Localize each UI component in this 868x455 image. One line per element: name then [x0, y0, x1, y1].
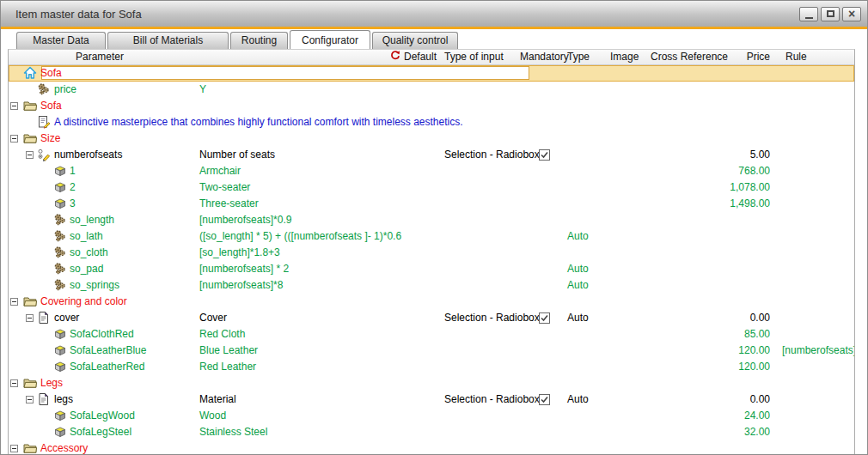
maximize-button[interactable]	[821, 7, 840, 21]
configurator-grid: Parameter Default Type of input Mandator…	[8, 49, 855, 454]
mandatory-checkbox[interactable]	[539, 394, 550, 405]
price-cell: 24.00	[713, 408, 770, 424]
description-cell: [numberofseats]*0.9	[199, 212, 291, 228]
parameter-edit-cell[interactable]	[41, 66, 529, 80]
table-row[interactable]: SofaLegSteelStainless Steel32.00	[9, 424, 854, 440]
tab-bill-of-materials[interactable]: Bill of Materials	[107, 32, 229, 49]
price-cell: 1,078.00	[713, 179, 770, 196]
box-icon	[53, 343, 67, 357]
gears-icon	[53, 213, 67, 227]
note-icon	[37, 115, 51, 129]
collapse-expander-icon[interactable]	[10, 379, 18, 387]
collapse-expander-icon[interactable]	[10, 445, 18, 452]
table-row[interactable]: SofaLegWoodWood24.00	[9, 408, 854, 424]
item-master-data-window: Item master data for Sofa × Master Data …	[0, 0, 868, 455]
column-header-parameter: Parameter	[76, 50, 124, 64]
tab-bar: Master Data Bill of Materials Routing Co…	[1, 29, 867, 49]
table-row[interactable]: Size	[9, 130, 854, 147]
table-row[interactable]: so_cloth[so_length]*1.8+3	[9, 245, 854, 261]
description-cell: Number of seats	[199, 147, 275, 163]
mandatory-checkbox[interactable]	[539, 149, 550, 161]
column-header-image: Image	[610, 50, 639, 64]
table-row[interactable]: Sofa	[9, 98, 854, 114]
folder-icon	[23, 99, 37, 112]
parameter-name: legs	[54, 391, 73, 408]
table-row[interactable]: Sofa	[9, 65, 854, 82]
table-row[interactable]: SofaClothRedRed Cloth85.00	[9, 326, 854, 343]
table-row[interactable]: 1Armchair768.00	[9, 163, 854, 179]
table-row[interactable]: so_pad[numberofseats] * 2Auto	[9, 261, 854, 277]
mandatory-checkbox[interactable]	[539, 312, 550, 324]
parameter-name: Legs	[40, 375, 63, 391]
collapse-expander-icon[interactable]	[10, 298, 18, 306]
table-row[interactable]: Covering and color	[9, 294, 854, 310]
table-row[interactable]: A distinctive masterpiece that combines …	[9, 114, 854, 130]
tab-routing[interactable]: Routing	[230, 32, 288, 49]
parameter-name: SofaLegSteel	[70, 424, 131, 440]
table-row[interactable]: so_length[numberofseats]*0.9	[9, 212, 854, 228]
description-cell: Material	[199, 391, 236, 408]
description-cell: Stainless Steel	[199, 424, 267, 440]
box-icon	[53, 360, 67, 373]
parameter-name: so_lath	[70, 228, 103, 245]
tab-configurator[interactable]: Configurator	[290, 30, 370, 49]
table-row[interactable]: numberofseatsNumber of seatsSelection - …	[9, 147, 854, 163]
close-button[interactable]: ×	[842, 7, 861, 21]
parameter-name: Size	[40, 130, 60, 147]
folder-icon	[23, 294, 37, 308]
box-icon	[53, 327, 67, 341]
tab-master-data[interactable]: Master Data	[16, 32, 106, 49]
table-row[interactable]: Legs	[9, 375, 854, 391]
description-cell: Two-seater	[199, 179, 250, 196]
column-header-default-label: Default	[404, 50, 437, 64]
minimize-button[interactable]	[799, 7, 818, 21]
price-cell: 0.00	[713, 391, 770, 408]
collapse-expander-icon[interactable]	[26, 396, 34, 403]
collapse-expander-icon[interactable]	[26, 314, 34, 322]
parameter-name: Accessory	[40, 440, 88, 454]
table-row[interactable]: SofaLeatherBlueBlue Leather120.00[number…	[9, 343, 854, 359]
type-cell: Auto	[567, 277, 589, 294]
description-cell: [numberofseats]*8	[199, 277, 283, 294]
collapse-expander-icon[interactable]	[26, 151, 34, 159]
parameter-name: A distinctive masterpiece that combines …	[54, 114, 463, 130]
maximize-icon	[827, 10, 834, 17]
gears-icon	[53, 278, 67, 292]
box-icon	[53, 180, 67, 194]
table-row[interactable]: Accessory	[9, 440, 854, 454]
description-cell: Red Cloth	[199, 326, 245, 343]
parameter-name: 3	[70, 196, 76, 212]
parameter-tree-table: SofapriceYSofaA distinctive masterpiece …	[9, 65, 854, 454]
box-icon	[53, 425, 67, 439]
description-cell: Wood	[199, 408, 226, 424]
minimize-icon	[805, 17, 813, 19]
table-row[interactable]: priceY	[9, 82, 854, 98]
type-cell: Auto	[567, 261, 589, 277]
parameter-name: numberofseats	[54, 147, 122, 163]
table-row[interactable]: so_lath([so_length] * 5) + (([numberofse…	[9, 228, 854, 245]
docpurple-icon	[37, 311, 51, 325]
docpurple-icon	[37, 392, 51, 406]
table-row[interactable]: so_springs[numberofseats]*8Auto	[9, 277, 854, 294]
parameter-name: cover	[54, 310, 79, 326]
table-row[interactable]: 2Two-seater1,078.00	[9, 179, 854, 196]
column-header-price: Price	[713, 50, 770, 64]
collapse-expander-icon[interactable]	[10, 135, 18, 143]
table-row[interactable]: coverCoverSelection - RadioboxAuto0.00	[9, 310, 854, 326]
gears-icon	[37, 82, 51, 96]
table-row[interactable]: legsMaterialSelection - RadioboxAuto0.00	[9, 391, 854, 408]
gears-icon	[53, 262, 67, 276]
collapse-expander-icon[interactable]	[10, 102, 18, 110]
table-row[interactable]: SofaLeatherRedRed Leather120.00	[9, 359, 854, 375]
box-icon	[53, 409, 67, 422]
folder-icon	[23, 131, 37, 145]
table-row[interactable]: 3Three-seater1,498.00	[9, 196, 854, 212]
column-header-type: Type	[567, 50, 590, 64]
type-of-input-cell: Selection - Radiobox	[444, 147, 540, 163]
title-bar: Item master data for Sofa ×	[1, 1, 867, 27]
description-cell: Cover	[199, 310, 227, 326]
tab-quality-control[interactable]: Quality control	[372, 32, 458, 49]
folder-icon	[23, 441, 37, 454]
description-cell: [numberofseats] * 2	[199, 261, 289, 277]
parameter-name: SofaLegWood	[70, 408, 135, 424]
